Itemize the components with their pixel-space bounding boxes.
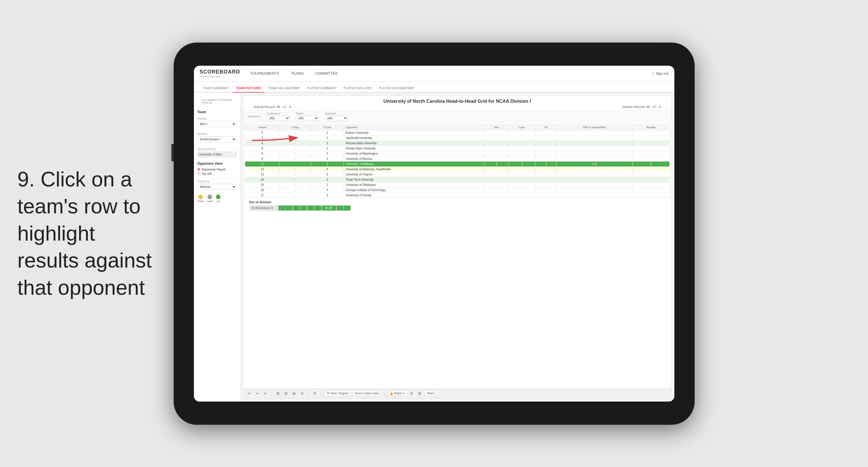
table-row[interactable]: 13 - 3 University of Virginia (245, 172, 670, 177)
cell-rounds (632, 135, 670, 140)
conference-select[interactable]: (All) (267, 116, 290, 121)
cell-rounds (632, 146, 670, 151)
table-row[interactable]: 17 - 3 University of Florida (245, 193, 670, 198)
tableau-header: University of North Carolina Head-to-Hea… (243, 96, 671, 110)
col-tie: Tie (535, 124, 557, 130)
sidebar-school-value: University of Nort... (197, 152, 237, 157)
cell-win (485, 130, 509, 135)
out-div-row[interactable]: NCAA Division II 1 0 0 26.00 3 (249, 205, 665, 211)
cell-diff (557, 130, 633, 135)
sub-nav-player-summary[interactable]: PLAYER SUMMARY (304, 84, 340, 93)
out-div-loss: 0 (292, 205, 307, 211)
cell-diff: 2.61 (557, 161, 633, 167)
cell-tie (535, 182, 557, 187)
cell-diff (557, 172, 633, 177)
cell-diff (557, 135, 633, 140)
sidebar-school-label: School (Rank) (197, 148, 237, 151)
colour-by-select[interactable]: Win/loss (197, 184, 237, 190)
table-row[interactable]: 15 - 2 University of Oklahoma (245, 182, 670, 187)
cell-conf: 4 (311, 187, 344, 193)
toolbar-view-original[interactable]: 👁 View: Original (325, 390, 350, 396)
toolbar-icon-5[interactable]: ⊡ (409, 391, 414, 396)
cell-rounds (632, 140, 670, 146)
region-select[interactable]: (All) (296, 116, 319, 121)
filter-row: Opponents: Conference (All) Region ( (243, 110, 671, 123)
sign-out-link[interactable]: Sign out (656, 71, 668, 76)
out-div-win: 1 (278, 205, 292, 211)
cell-tie (535, 177, 557, 182)
col-rounds: Rounds (632, 124, 670, 130)
sidebar-division-select[interactable]: NCAA Division I NCAA Division II NCAA Di… (197, 136, 237, 142)
toolbar-undo[interactable]: ↩ (246, 391, 252, 396)
cell-tie (535, 193, 557, 198)
out-div-diff: 26.00 (321, 205, 336, 211)
cell-conf: 2 (311, 151, 344, 156)
toolbar-icon-6[interactable]: ⊞ (417, 391, 423, 396)
toolbar-icon-2[interactable]: ⊟ (283, 391, 289, 396)
toolbar-watch[interactable]: 🔔 Watch ▾ (388, 390, 406, 396)
table-row[interactable]: 16 - 4 Georgia Institute of Technology (245, 187, 670, 193)
table-row[interactable]: 12 - 6 University of Arkansas, Fayettevi… (245, 167, 670, 172)
toolbar-sep-4 (384, 391, 384, 396)
sub-nav-team-h2h-heatmap[interactable]: TEAM H2H HEATMAP (265, 84, 304, 93)
nav-committee[interactable]: COMMITTEE (314, 71, 339, 76)
cell-loss (508, 156, 535, 161)
cell-rounds (632, 187, 670, 193)
sidebar-gender-label: Gender (197, 117, 237, 120)
cell-opponent: University of Virginia (344, 172, 485, 177)
cell-opponent: Florida State University (344, 146, 485, 151)
logo-text: SCOREBOARD (200, 69, 240, 75)
sub-nav-team-summary[interactable]: TEAM SUMMARY (200, 84, 233, 93)
cell-rounds (632, 130, 670, 135)
opponent-filter: Opponent (All) (325, 112, 348, 121)
sub-nav-player-h2h-grid[interactable]: PLAYER H2H GRID (340, 84, 375, 93)
cell-conf: 2 (311, 146, 344, 151)
cell-tie (535, 167, 557, 172)
cell-opponent: University of Oklahoma (344, 182, 485, 187)
toolbar-icon-3[interactable]: ⊕ (291, 391, 297, 396)
cell-opponent: Texas Tech University (344, 177, 485, 182)
toolbar-clock[interactable]: ⏱ (312, 391, 318, 396)
radio-top-100[interactable]: Top 100 (197, 172, 237, 175)
arrow-svg (252, 129, 310, 152)
sub-nav-team-h2h-grid[interactable]: TEAM H2H GRID (232, 84, 265, 93)
cell-conf: 3 (311, 172, 344, 177)
sub-nav-player-h2h-heatmap[interactable]: PLAYER H2H HEATMAP (375, 84, 418, 93)
toolbar-redo[interactable]: ↪ (254, 391, 260, 396)
cell-diff (557, 193, 633, 198)
grid-container[interactable]: # Rank # Reg # Conf Opponent Win Loss Ti… (243, 123, 671, 388)
cell-diff (557, 140, 633, 146)
toolbar-icon-1[interactable]: ⊞ (275, 391, 281, 396)
cell-tie (535, 151, 557, 156)
toolbar-save-custom[interactable]: Save Custom View (352, 390, 381, 396)
cell-rounds (632, 156, 670, 161)
cell-conf: 2 (311, 135, 344, 140)
toolbar-icon-4[interactable]: ⊘ (299, 391, 305, 396)
cell-win (485, 156, 509, 161)
cell-win (485, 140, 509, 146)
table-row[interactable]: 14 - 1 Texas Tech University (245, 177, 670, 182)
table-row[interactable]: 9 - 3 University of Arizona (245, 156, 670, 161)
cell-rounds: 8 (632, 161, 670, 167)
nav-tournaments[interactable]: TOURNAMENTS (249, 71, 281, 76)
colour-section: Colour by Win/loss Down Level (197, 180, 237, 203)
cell-loss (508, 182, 535, 187)
toolbar-share[interactable]: Share (425, 390, 437, 396)
cell-rounds (632, 182, 670, 187)
radio-dot-top100 (197, 172, 200, 175)
opponents-filter-label: Opponents: (248, 115, 261, 118)
sub-nav: TEAM SUMMARY TEAM H2H GRID TEAM H2H HEAT… (194, 82, 674, 93)
logo-sub: Powered by clippi (200, 75, 240, 78)
cell-conf: 3 (311, 156, 344, 161)
cell-conf: 6 (311, 167, 344, 172)
sidebar-gender-select[interactable]: Men's Women's (197, 121, 237, 127)
cell-reg: - (280, 172, 311, 177)
colour-by-label: Colour by (197, 180, 237, 183)
out-div-rounds: 3 (336, 205, 351, 211)
colour-down: Down (197, 195, 204, 203)
opponent-select[interactable]: (All) (325, 116, 348, 121)
toolbar-back[interactable]: ↩ (262, 391, 268, 396)
table-row[interactable]: 11 - 5 University of Alabama 3 0 0 2.61 … (245, 161, 670, 167)
nav-teams[interactable]: TEAMS (289, 71, 305, 76)
radio-opponents-played[interactable]: Opponents Played (197, 168, 237, 171)
